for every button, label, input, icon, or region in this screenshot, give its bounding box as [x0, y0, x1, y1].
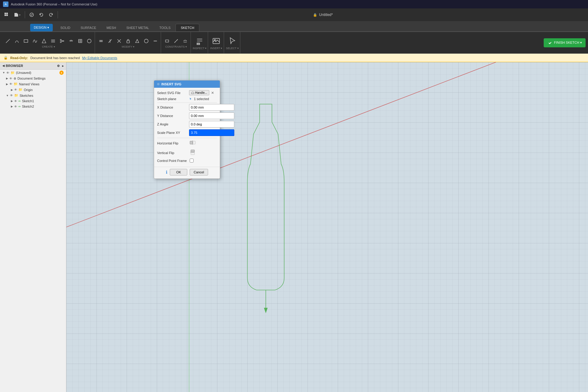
redo-btn[interactable]	[47, 11, 55, 18]
sidebar-item-label-sketch1: Sketch1	[22, 99, 34, 103]
equal-tool-btn[interactable]	[97, 37, 105, 45]
titlebar: A Autodesk Fusion 360 (Personal – Not fo…	[0, 0, 588, 8]
expand-icon-sketches: ▼	[6, 94, 9, 97]
create-group-label[interactable]: CREATE ▾	[42, 45, 55, 48]
file-menu-btn[interactable]: ▾	[12, 11, 22, 18]
square-tool-btn[interactable]	[76, 37, 84, 45]
tab-mesh[interactable]: MESH	[101, 24, 121, 31]
select-group-label[interactable]: SELECT ▾	[226, 47, 239, 50]
tabs-bar: DESIGN ▾ SOLID SURFACE MESH SHEET METAL …	[0, 21, 588, 32]
control-point-checkbox[interactable]	[190, 159, 194, 163]
sidebar-item-sketches[interactable]: ▼ 👁 📁 Sketches	[0, 93, 66, 98]
scale-input[interactable]	[189, 129, 234, 136]
inspect-group-label[interactable]: INSPECT ▾	[193, 47, 207, 50]
canvas[interactable]: INSERT SVG Select SVG File Handle... ✕	[66, 62, 588, 392]
canvas-svg	[66, 62, 588, 392]
x-distance-input[interactable]	[189, 104, 234, 111]
constrain2-btn[interactable]	[172, 37, 180, 45]
svg-point-38	[548, 40, 552, 45]
spline-tool-btn[interactable]	[31, 37, 39, 45]
grid-menu-btn[interactable]	[2, 11, 11, 18]
sidebar-item-sketch2[interactable]: ▶ 👁 ✏ Sketch2	[0, 104, 66, 109]
z-angle-input[interactable]	[189, 121, 234, 128]
cancel-btn[interactable]: Cancel	[190, 169, 208, 175]
insert-group-label[interactable]: INSERT ▾	[210, 47, 222, 50]
sketch-plane-value-container: 1 selected	[189, 97, 217, 101]
folder-icon-sketches: 📁	[14, 93, 18, 97]
tab-solid[interactable]: SOLID	[55, 24, 75, 31]
insert-image-btn[interactable]	[210, 36, 223, 46]
misc-tool-btn[interactable]	[49, 37, 57, 45]
file-btn-label: Handle...	[195, 91, 207, 94]
x-distance-row: X Distance	[157, 104, 217, 111]
save-btn[interactable]	[27, 11, 36, 18]
h-flip-btn[interactable]	[189, 139, 196, 147]
info-icon[interactable]: ℹ	[166, 170, 167, 175]
modify-group-label[interactable]: MODIFY ▾	[122, 45, 134, 48]
finish-sketch-btn[interactable]: FINISH SKETCH ▾	[544, 38, 586, 47]
sidebar-item-named-views[interactable]: ▶ 👁 📁 Named Views	[0, 81, 66, 87]
ribbon-group-create: CREATE ▾	[2, 32, 95, 53]
ribbon-group-inspect: INSPECT ▾	[191, 32, 208, 53]
tab-tools[interactable]: TOOLS	[154, 24, 175, 31]
select-svg-label: Select SVG File	[157, 91, 187, 95]
trim-tool-btn[interactable]	[58, 37, 66, 45]
svg-marker-23	[136, 39, 139, 43]
sidebar-header: ◀ BROWSER ⚙ ▸	[0, 62, 66, 70]
triangle-tool-btn[interactable]	[40, 37, 48, 45]
sidebar-item-origin[interactable]: ▶ 👁 📁 Origin	[0, 87, 66, 93]
y-distance-label: Y Distance	[157, 114, 187, 118]
eye-icon-sketches: 👁	[10, 94, 13, 97]
z-angle-row: Z Angle	[157, 121, 217, 128]
svg-line-40	[66, 62, 496, 227]
design-dropdown[interactable]: DESIGN ▾	[30, 24, 53, 31]
sidebar-options-btn[interactable]: ⚙	[57, 64, 60, 68]
sketch-plane-row: Sketch plane 1 selected	[157, 97, 217, 101]
select-btn[interactable]	[226, 36, 239, 46]
line-tool-btn[interactable]	[4, 37, 12, 45]
dialog-title: INSERT SVG	[161, 82, 182, 86]
arc-tool-btn[interactable]	[13, 37, 21, 45]
app-icon: A	[3, 2, 8, 7]
cross-tool-btn[interactable]	[115, 37, 123, 45]
undo-btn[interactable]	[37, 11, 46, 18]
dialog-info-dot	[157, 83, 160, 85]
ribbon: CREATE ▾ MODIFY	[0, 32, 588, 54]
svg-rect-22	[127, 41, 130, 43]
scale-label: Scale Plane XY	[157, 131, 187, 134]
circle-tool-btn[interactable]	[85, 37, 93, 45]
expand-icon-s2: ▶	[11, 105, 13, 108]
sidebar-item-doc-settings[interactable]: ▶ 👁 ⚙ Document Settings	[0, 76, 66, 81]
constrain1-btn[interactable]	[163, 37, 171, 45]
v-flip-row: Vertical Flip	[157, 149, 217, 157]
v-flip-btn[interactable]	[189, 149, 196, 157]
tab-surface[interactable]: SURFACE	[75, 24, 101, 31]
editable-docs-link[interactable]: My Editable Documents	[82, 56, 117, 60]
tab-sheet-metal[interactable]: SHEET METAL	[121, 24, 154, 31]
sidebar-item-sketch1[interactable]: ▶ 👁 ✏ Sketch1	[0, 98, 66, 104]
ribbon-group-select: SELECT ▾	[225, 32, 240, 53]
triangle2-tool-btn[interactable]	[133, 37, 141, 45]
svg-point-37	[214, 39, 216, 40]
ribbon-group-insert: INSERT ▾	[209, 32, 224, 53]
cross2-tool-btn[interactable]	[151, 37, 160, 45]
unsaved-badge: ●	[59, 71, 64, 75]
ribbon-group-constraints: CONSTRAINTS ▾	[162, 32, 191, 53]
sidebar-item-root[interactable]: ▼ 👁 📁 (Unsaved) ●	[0, 70, 66, 76]
constraints-group-label[interactable]: CONSTRAINTS ▾	[165, 45, 187, 48]
circle2-tool-btn[interactable]	[142, 37, 150, 45]
select-file-btn[interactable]: Handle...	[189, 90, 209, 95]
inspect-btn[interactable]	[193, 36, 206, 46]
ok-btn[interactable]: OK	[170, 169, 187, 175]
lock-tool-btn[interactable]	[124, 37, 132, 45]
rect-tool-btn[interactable]	[22, 37, 30, 45]
tab-sketch[interactable]: SKETCH	[175, 24, 199, 31]
slash-tool-btn[interactable]	[106, 37, 114, 45]
clear-file-btn[interactable]: ✕	[210, 91, 215, 95]
offset-tool-btn[interactable]	[67, 37, 75, 45]
sidebar-expand-btn[interactable]: ▸	[62, 64, 64, 68]
svg-marker-42	[264, 308, 267, 313]
readonly-label: Read-Only:	[10, 56, 28, 60]
y-distance-input[interactable]	[189, 112, 234, 119]
constrain3-btn[interactable]	[181, 37, 189, 45]
